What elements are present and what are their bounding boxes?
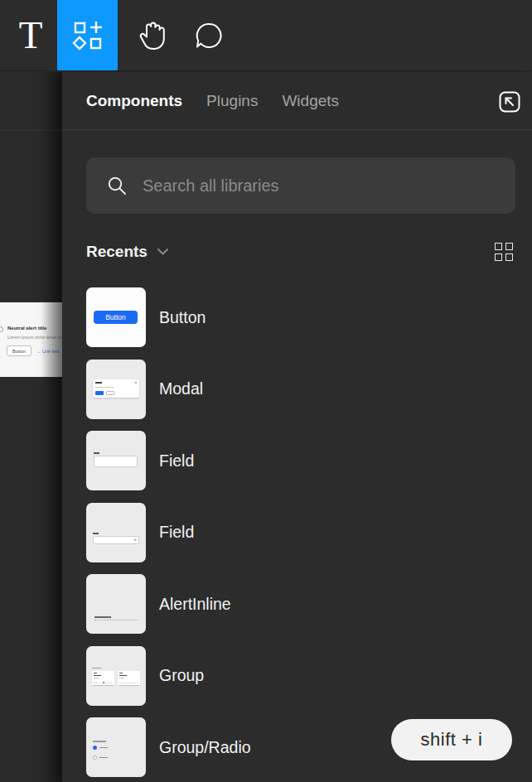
list-item-modal[interactable]: Modal xyxy=(86,360,251,419)
text-tool-icon: T xyxy=(19,16,43,55)
list-item-button[interactable]: Button Button xyxy=(86,287,251,347)
mini-button-preview: Button xyxy=(94,311,138,324)
text-tool-button[interactable]: T xyxy=(7,0,55,70)
canvas-area[interactable]: Neutral alert title Lorem ipsum dolor am… xyxy=(0,72,62,782)
grid-view-icon[interactable] xyxy=(495,243,513,261)
radio-selected-icon xyxy=(93,746,97,750)
toolbar: T xyxy=(0,0,532,71)
component-label: Field xyxy=(159,523,194,542)
modal-thumbnail xyxy=(86,360,146,419)
alert-button: Button xyxy=(7,345,31,356)
tab-plugins[interactable]: Plugins xyxy=(206,92,258,110)
search-bar xyxy=(86,157,515,214)
search-icon xyxy=(107,176,127,196)
component-label: Group/Radio xyxy=(159,738,251,757)
chevron-down-icon[interactable] xyxy=(157,248,169,256)
field-select-thumbnail xyxy=(86,503,146,562)
tab-widgets[interactable]: Widgets xyxy=(282,92,339,110)
list-item-group[interactable]: Group xyxy=(86,646,251,706)
panel-tabs: Components Plugins Widgets xyxy=(62,72,532,130)
arrow-up-left-box-icon xyxy=(498,90,521,113)
list-item-group-radio[interactable]: Group/Radio xyxy=(86,717,251,777)
search-input[interactable] xyxy=(143,157,515,214)
alert-info-icon xyxy=(0,326,3,332)
radio-unselected-icon xyxy=(93,755,97,760)
component-label: Group xyxy=(159,666,204,685)
list-item-alertinline[interactable]: AlertInline xyxy=(86,574,251,634)
comment-icon xyxy=(194,21,224,51)
field-thumbnail xyxy=(86,431,146,490)
recents-title[interactable]: Recents xyxy=(86,243,148,261)
button-thumbnail: Button xyxy=(86,287,146,347)
assets-tool-button[interactable] xyxy=(57,0,118,70)
components-list: Button Button Modal Field xyxy=(86,287,251,782)
minimize-panel-button[interactable] xyxy=(497,89,522,114)
panel-shadow xyxy=(41,72,62,782)
component-label: Field xyxy=(159,451,194,471)
recents-header: Recents xyxy=(86,241,513,263)
assets-panel: Components Plugins Widgets Recents xyxy=(62,72,532,782)
list-item-field[interactable]: Field xyxy=(86,431,251,490)
tab-components[interactable]: Components xyxy=(86,92,182,110)
component-label: Modal xyxy=(159,379,203,398)
list-item-field-2[interactable]: Field xyxy=(86,503,251,562)
shortcut-badge: shift + i xyxy=(391,719,512,760)
components-icon xyxy=(72,20,104,51)
component-label: AlertInline xyxy=(159,595,231,614)
group-radio-thumbnail xyxy=(86,717,146,777)
comment-tool-button[interactable] xyxy=(183,0,235,70)
hand-icon xyxy=(138,21,166,51)
component-label: Button xyxy=(159,308,206,327)
group-thumbnail xyxy=(86,646,146,706)
hand-tool-button[interactable] xyxy=(125,0,178,70)
alertinline-thumbnail xyxy=(86,574,146,634)
shortcut-label: shift + i xyxy=(421,729,483,751)
